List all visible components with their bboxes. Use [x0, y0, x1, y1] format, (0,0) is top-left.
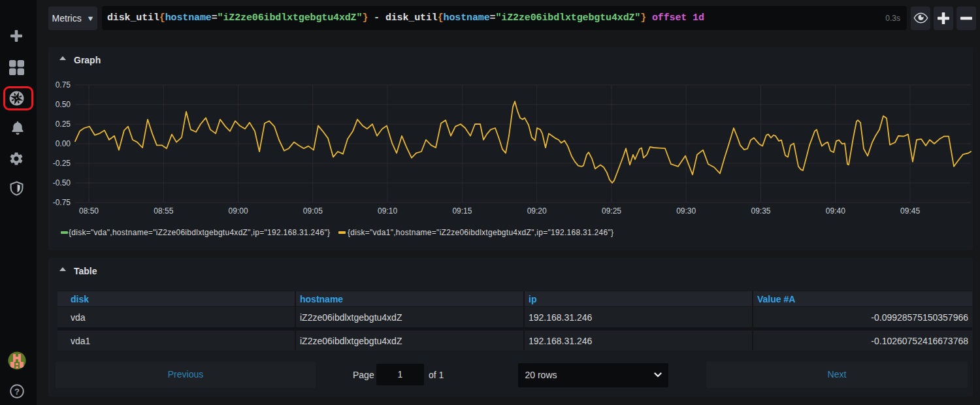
svg-text:?: ? [14, 386, 20, 396]
